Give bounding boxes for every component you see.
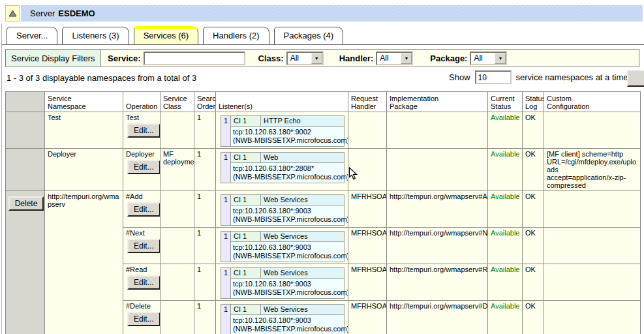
search-order-cell: 1 (194, 264, 216, 301)
operation-cell: #Add Edit... (123, 191, 161, 228)
namespace-cell: Test (45, 112, 123, 149)
current-status-cell: Available (488, 149, 523, 191)
column-header-service-class: Service Class (161, 92, 194, 112)
edit-button[interactable]: Edit... (127, 160, 161, 174)
column-header-actions (6, 92, 45, 112)
edit-button[interactable]: Edit... (127, 275, 161, 290)
request-handler-cell (348, 112, 387, 149)
listener-number: 1 (221, 116, 231, 146)
implementation-package-cell: http://tempuri.org/wmapserv#Read (387, 264, 488, 301)
current-status-cell: Available (488, 112, 523, 149)
filter-bar: Service Display Filters Service: Class: … (5, 49, 639, 67)
package-filter-select[interactable]: All ▼ (470, 52, 507, 65)
search-order-cell: 1 (194, 301, 216, 334)
listener-number: 1 (221, 153, 231, 183)
listener-conversation: CI 1 (231, 305, 261, 315)
implementation-package-cell: http://tempuri.org/wmapserv#Add (387, 191, 488, 228)
request-handler-cell: MFRHSOAP (348, 264, 387, 301)
implementation-package-cell (387, 149, 488, 191)
listener-host: (NWB-MBISSETXP.microfocus.com) (233, 136, 342, 145)
listener-endpoint: tcp:10.120.63.180*:9003 (233, 280, 342, 288)
service-class-cell (161, 301, 194, 334)
column-header-namespace: Service Namespace (45, 92, 123, 112)
listeners-cell: 1 CI 1 Web Services tcp:10.120.63.180*:9… (216, 264, 348, 301)
column-header-operation: Operation (123, 92, 161, 112)
tab-server[interactable]: Server... (7, 27, 57, 44)
tab-packages[interactable]: Packages (4) (274, 27, 344, 44)
custom-configuration-cell (544, 264, 641, 301)
tab-listeners[interactable]: Listeners (3) (62, 27, 129, 44)
delete-button[interactable]: Delete (8, 196, 44, 211)
namespace-cell: http://tempuri.org/wmapserv (45, 191, 123, 334)
row-actions-cell (6, 112, 45, 149)
status-log-cell: OK (523, 264, 544, 301)
listener-address: tcp:10.120.63.180*:9003 (NWB-MBISSETXP.m… (231, 315, 344, 334)
listener-name: Web Services (261, 305, 344, 315)
listener-address: tcp:10.120.63.180*:2808* (NWB-MBISSETXP.… (231, 163, 344, 183)
listener-box: 1 CI 1 Web Services tcp:10.120.63.180*:9… (221, 194, 345, 226)
service-filter-input[interactable] (144, 52, 245, 65)
listener-endpoint: tcp:10.120.63.180*:9003 (233, 316, 342, 325)
current-status-cell: Available (488, 191, 523, 228)
tab-services[interactable]: Services (6) (134, 26, 198, 44)
service-class-cell (161, 191, 194, 228)
class-filter-value: All (288, 53, 311, 64)
listener-conversation: CI 1 (231, 116, 261, 127)
server-title-bar: Server ESDEMO (21, 5, 643, 22)
edit-button[interactable]: Edit... (127, 123, 161, 138)
listener-address: tcp:10.120.63.180*:9003 (NWB-MBISSETXP.m… (231, 279, 344, 298)
service-class-cell (161, 112, 194, 149)
listener-name: Web (261, 153, 344, 163)
operation-name: #Next (126, 229, 157, 237)
listener-host: (NWB-MBISSETXP.microfocus.com) (233, 288, 342, 297)
operation-name: #Add (126, 192, 157, 200)
chevron-down-icon[interactable]: ▼ (401, 53, 412, 64)
listener-box: 1 CI 1 Web Services tcp:10.120.63.180*:9… (221, 231, 345, 262)
listener-box: 1 CI 1 Web Services tcp:10.120.63.180*:9… (221, 267, 345, 299)
chevron-down-icon[interactable]: ▼ (311, 53, 322, 64)
collapse-toggle[interactable] (5, 5, 20, 22)
edit-button[interactable]: Edit... (127, 239, 161, 253)
namespace-cell: Deployer (45, 149, 123, 191)
listener-name: HTTP Echo (261, 116, 344, 127)
edit-button[interactable]: Edit... (127, 312, 161, 326)
show-per-page-group: Show service namespaces at a time (449, 70, 628, 84)
chevron-down-icon[interactable]: ▼ (495, 53, 506, 64)
status-log-cell: OK (523, 149, 544, 191)
operation-cell: Test Edit... (123, 112, 161, 149)
operation-cell: Deployer Edit... (123, 149, 161, 191)
listeners-cell: 1 CI 1 Web Services tcp:10.120.63.180*:9… (216, 301, 348, 334)
listener-number: 1 (221, 195, 231, 225)
search-order-cell: 1 (194, 149, 216, 191)
status-log-cell: OK (523, 191, 544, 228)
service-class-cell (161, 264, 194, 301)
column-header-listeners: Listener(s) (216, 92, 348, 112)
listener-endpoint: tcp:10.120.63.180*:9002 (233, 128, 342, 136)
listener-address: tcp:10.120.63.180*:9003 (NWB-MBISSETXP.m… (231, 205, 344, 225)
edit-button[interactable]: Edit... (127, 202, 161, 217)
package-filter-label: Package: (430, 53, 467, 63)
class-filter-select[interactable]: All ▼ (286, 52, 324, 65)
request-handler-cell: MFRHSOAP (348, 228, 387, 264)
custom-configuration-cell (544, 112, 641, 149)
listener-endpoint: tcp:10.120.63.180*:9003 (233, 243, 342, 252)
column-header-implementation-package: Implementation Package (387, 92, 488, 112)
pagination-button[interactable] (627, 70, 644, 87)
status-log-cell: OK (523, 112, 544, 149)
listeners-cell: 1 CI 1 Web tcp:10.120.63.180*:2808* (NWB… (216, 149, 348, 191)
listener-box: 1 CI 1 Web tcp:10.120.63.180*:2808* (NWB… (221, 152, 345, 183)
handler-filter-value: All (377, 53, 401, 64)
handler-filter-select[interactable]: All ▼ (376, 52, 413, 65)
current-status-cell: Available (488, 301, 523, 334)
listener-endpoint: tcp:10.120.63.180*:2808* (233, 164, 342, 173)
show-suffix-label: service namespaces at a time (516, 72, 628, 82)
tab-handlers[interactable]: Handlers (2) (203, 27, 269, 44)
column-header-status-log: Status Log (523, 92, 544, 112)
service-class-cell: MF deployment (161, 149, 194, 191)
show-count-input[interactable] (475, 70, 512, 84)
table-row: Deployer Deployer Edit... MF deployment … (6, 149, 641, 191)
services-table: Service Namespace Operation Service Clas… (5, 91, 641, 334)
service-class-cell (161, 228, 194, 264)
search-order-cell: 1 (194, 228, 216, 264)
listener-host: (NWB-MBISSETXP.microfocus.com) (233, 215, 342, 224)
